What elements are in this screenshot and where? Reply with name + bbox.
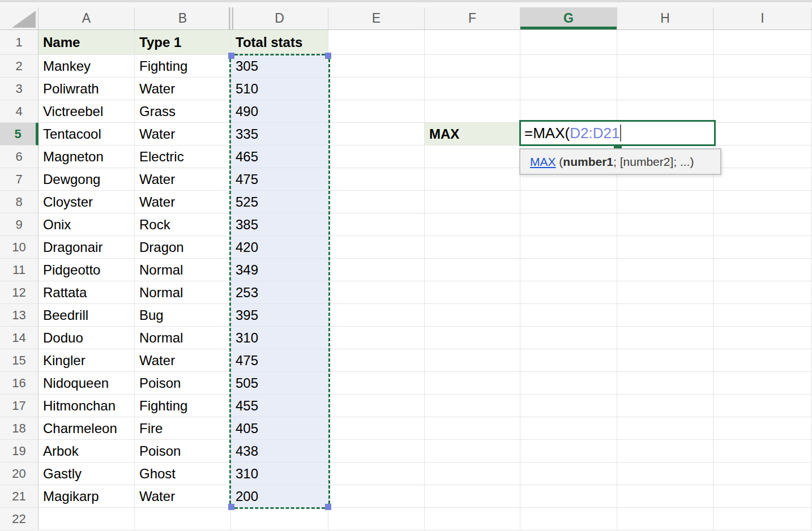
row-header-10[interactable]: 10 [0, 236, 39, 259]
cell-E3[interactable] [328, 78, 425, 100]
cell-D14[interactable]: 310 [231, 327, 328, 349]
cell-G12[interactable] [520, 281, 617, 304]
cell-F6[interactable] [425, 145, 520, 168]
cell-H17[interactable] [617, 395, 713, 417]
cell-H9[interactable] [617, 213, 713, 236]
cell-A11[interactable]: Pidgeotto [39, 259, 135, 281]
row-header-8[interactable]: 8 [0, 191, 39, 213]
cell-A7[interactable]: Dewgong [39, 168, 135, 191]
cell-A21[interactable]: Magikarp [39, 485, 135, 508]
cell-G9[interactable] [520, 213, 617, 236]
cell-F2[interactable] [425, 55, 520, 78]
column-header-H[interactable]: H [617, 7, 713, 29]
selection-handle-bottom-left[interactable] [228, 504, 234, 510]
row-header-15[interactable]: 15 [0, 349, 39, 372]
cell-D12[interactable]: 253 [231, 281, 328, 304]
cell-E15[interactable] [328, 349, 425, 372]
cell-E14[interactable] [328, 327, 425, 349]
cell-A14[interactable]: Doduo [39, 327, 135, 349]
cell-B20[interactable]: Ghost [135, 463, 231, 485]
cell-F22[interactable] [425, 508, 520, 530]
cell-G13[interactable] [520, 304, 617, 327]
cell-D13[interactable]: 395 [231, 304, 328, 327]
cell-B15[interactable]: Water [135, 349, 231, 372]
cell-D8[interactable]: 525 [231, 191, 328, 213]
cell-E17[interactable] [328, 395, 425, 417]
column-header-I[interactable]: I [713, 7, 812, 29]
cell-E20[interactable] [328, 463, 425, 485]
cell-H21[interactable] [617, 485, 713, 508]
cell-B2[interactable]: Fighting [135, 55, 231, 78]
cell-B8[interactable]: Water [135, 191, 231, 213]
cell-B10[interactable]: Dragon [135, 236, 231, 259]
cell-I10[interactable] [713, 236, 812, 259]
cell-G17[interactable] [520, 395, 617, 417]
cell-D5[interactable]: 335 [231, 123, 328, 145]
cell-D10[interactable]: 420 [231, 236, 328, 259]
select-all-button[interactable] [0, 7, 39, 29]
cell-G3[interactable] [520, 78, 617, 100]
cell-E4[interactable] [328, 100, 425, 123]
row-header-16[interactable]: 16 [0, 372, 39, 395]
cell-H11[interactable] [617, 259, 713, 281]
cell-D21[interactable]: 200 [231, 485, 328, 508]
cell-F10[interactable] [425, 236, 520, 259]
row-header-18[interactable]: 18 [0, 417, 39, 440]
cell-G10[interactable] [520, 236, 617, 259]
cell-E13[interactable] [328, 304, 425, 327]
column-header-E[interactable]: E [328, 7, 425, 29]
cell-E5[interactable] [328, 123, 425, 145]
cell-A1[interactable]: Name [39, 30, 135, 55]
cell-I3[interactable] [713, 78, 812, 100]
cell-G20[interactable] [520, 463, 617, 485]
cell-B14[interactable]: Normal [135, 327, 231, 349]
cell-A4[interactable]: Victreebel [39, 100, 135, 123]
column-header-A[interactable]: A [39, 7, 135, 29]
cell-I15[interactable] [713, 349, 812, 372]
cell-B17[interactable]: Fighting [135, 395, 231, 417]
row-header-19[interactable]: 19 [0, 440, 39, 463]
cell-E19[interactable] [328, 440, 425, 463]
cell-B13[interactable]: Bug [135, 304, 231, 327]
cell-D17[interactable]: 455 [231, 395, 328, 417]
cell-F20[interactable] [425, 463, 520, 485]
cell-F1[interactable] [425, 30, 520, 55]
cell-G4[interactable] [520, 100, 617, 123]
column-header-D[interactable]: D [231, 7, 328, 29]
cell-G15[interactable] [520, 349, 617, 372]
cell-D15[interactable]: 475 [231, 349, 328, 372]
row-header-17[interactable]: 17 [0, 395, 39, 417]
cell-E21[interactable] [328, 485, 425, 508]
cell-F12[interactable] [425, 281, 520, 304]
cell-A12[interactable]: Rattata [39, 281, 135, 304]
cell-I18[interactable] [713, 417, 812, 440]
cell-A20[interactable]: Gastly [39, 463, 135, 485]
row-header-2[interactable]: 2 [0, 55, 39, 78]
column-header-G[interactable]: G [520, 7, 617, 29]
cell-I20[interactable] [713, 463, 812, 485]
cell-A22[interactable] [39, 508, 135, 530]
cell-A9[interactable]: Onix [39, 213, 135, 236]
cell-E6[interactable] [328, 145, 425, 168]
cell-D9[interactable]: 385 [231, 213, 328, 236]
cell-B1[interactable]: Type 1 [135, 30, 231, 55]
cell-H3[interactable] [617, 78, 713, 100]
cell-editor-G5[interactable]: =MAX( D2:D21 [519, 120, 716, 146]
cell-H20[interactable] [617, 463, 713, 485]
cell-B6[interactable]: Electric [135, 145, 231, 168]
cell-F11[interactable] [425, 259, 520, 281]
cell-A18[interactable]: Charmeleon [39, 417, 135, 440]
cell-I9[interactable] [713, 213, 812, 236]
cell-A15[interactable]: Kingler [39, 349, 135, 372]
cell-I11[interactable] [713, 259, 812, 281]
cell-H2[interactable] [617, 55, 713, 78]
cell-H15[interactable] [617, 349, 713, 372]
cell-I17[interactable] [713, 395, 812, 417]
cell-F9[interactable] [425, 213, 520, 236]
cell-F19[interactable] [425, 440, 520, 463]
cell-I14[interactable] [713, 327, 812, 349]
cell-F4[interactable] [425, 100, 520, 123]
cell-F3[interactable] [425, 78, 520, 100]
selection-handle-top-left[interactable] [228, 53, 234, 59]
selection-handle-bottom-right[interactable] [325, 504, 331, 510]
